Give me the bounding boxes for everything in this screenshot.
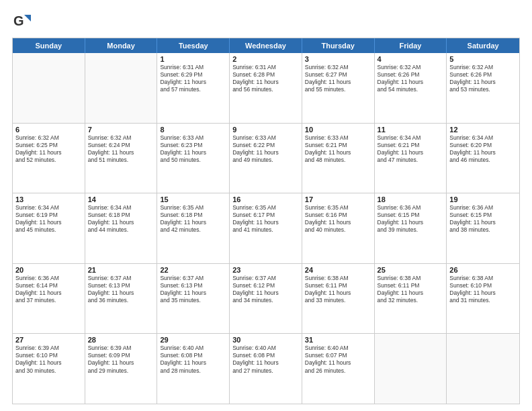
calendar-cell-day-25: 25Sunrise: 6:38 AM Sunset: 6:11 PM Dayli…: [375, 264, 447, 334]
page-header: G: [12, 12, 520, 31]
day-number: 24: [305, 266, 371, 274]
cell-info: Sunrise: 6:33 AM Sunset: 6:22 PM Dayligh…: [232, 134, 299, 164]
weekday-header-monday: Monday: [85, 38, 158, 53]
cell-info: Sunrise: 6:33 AM Sunset: 6:21 PM Dayligh…: [305, 134, 371, 164]
calendar-cell-day-1: 1Sunrise: 6:31 AM Sunset: 6:29 PM Daylig…: [157, 53, 230, 123]
day-number: 13: [15, 195, 82, 203]
day-number: 1: [160, 55, 226, 63]
day-number: 9: [232, 126, 299, 134]
cell-info: Sunrise: 6:40 AM Sunset: 6:07 PM Dayligh…: [305, 345, 371, 374]
day-number: 21: [88, 266, 154, 274]
day-number: 25: [378, 266, 444, 274]
cell-info: Sunrise: 6:31 AM Sunset: 6:28 PM Dayligh…: [232, 64, 299, 93]
cell-info: Sunrise: 6:32 AM Sunset: 6:27 PM Dayligh…: [305, 64, 371, 93]
calendar-cell-day-2: 2Sunrise: 6:31 AM Sunset: 6:28 PM Daylig…: [230, 53, 302, 123]
cell-info: Sunrise: 6:36 AM Sunset: 6:15 PM Dayligh…: [378, 204, 444, 234]
cell-info: Sunrise: 6:32 AM Sunset: 6:24 PM Dayligh…: [88, 134, 154, 164]
calendar-cell-empty: [447, 334, 519, 404]
calendar-row-2: 13Sunrise: 6:34 AM Sunset: 6:19 PM Dayli…: [13, 193, 519, 263]
day-number: 28: [88, 336, 154, 344]
logo-icon: G: [12, 12, 31, 31]
calendar-cell-day-26: 26Sunrise: 6:38 AM Sunset: 6:10 PM Dayli…: [447, 264, 519, 334]
calendar-cell-day-31: 31Sunrise: 6:40 AM Sunset: 6:07 PM Dayli…: [302, 334, 375, 404]
calendar-row-0: 1Sunrise: 6:31 AM Sunset: 6:29 PM Daylig…: [13, 53, 519, 123]
calendar-cell-day-19: 19Sunrise: 6:36 AM Sunset: 6:15 PM Dayli…: [447, 193, 519, 263]
calendar-row-1: 6Sunrise: 6:32 AM Sunset: 6:25 PM Daylig…: [13, 123, 519, 193]
day-number: 6: [15, 126, 82, 134]
day-number: 17: [305, 195, 371, 203]
cell-info: Sunrise: 6:31 AM Sunset: 6:29 PM Dayligh…: [160, 64, 226, 93]
cell-info: Sunrise: 6:36 AM Sunset: 6:14 PM Dayligh…: [15, 275, 82, 304]
calendar-cell-day-28: 28Sunrise: 6:39 AM Sunset: 6:09 PM Dayli…: [85, 334, 158, 404]
day-number: 4: [378, 55, 444, 63]
calendar-cell-day-9: 9Sunrise: 6:33 AM Sunset: 6:22 PM Daylig…: [230, 124, 302, 193]
calendar-row-4: 27Sunrise: 6:39 AM Sunset: 6:10 PM Dayli…: [13, 333, 519, 404]
day-number: 11: [378, 126, 444, 134]
day-number: 23: [232, 266, 299, 274]
calendar-cell-day-20: 20Sunrise: 6:36 AM Sunset: 6:14 PM Dayli…: [13, 264, 85, 334]
calendar-cell-day-15: 15Sunrise: 6:35 AM Sunset: 6:18 PM Dayli…: [157, 193, 230, 263]
weekday-header-tuesday: Tuesday: [157, 38, 230, 53]
svg-marker-1: [24, 15, 31, 21]
calendar-cell-day-4: 4Sunrise: 6:32 AM Sunset: 6:26 PM Daylig…: [375, 53, 447, 123]
cell-info: Sunrise: 6:38 AM Sunset: 6:11 PM Dayligh…: [378, 275, 444, 304]
calendar-cell-day-7: 7Sunrise: 6:32 AM Sunset: 6:24 PM Daylig…: [85, 124, 158, 193]
calendar-cell-day-29: 29Sunrise: 6:40 AM Sunset: 6:08 PM Dayli…: [157, 334, 230, 404]
calendar-cell-empty: [375, 334, 447, 404]
day-number: 29: [160, 336, 226, 344]
cell-info: Sunrise: 6:37 AM Sunset: 6:13 PM Dayligh…: [88, 275, 154, 304]
calendar-cell-day-10: 10Sunrise: 6:33 AM Sunset: 6:21 PM Dayli…: [302, 124, 375, 193]
cell-info: Sunrise: 6:39 AM Sunset: 6:09 PM Dayligh…: [88, 345, 154, 374]
weekday-header-thursday: Thursday: [302, 38, 375, 53]
calendar-cell-day-17: 17Sunrise: 6:35 AM Sunset: 6:16 PM Dayli…: [302, 193, 375, 263]
weekday-header-sunday: Sunday: [13, 38, 85, 53]
calendar-cell-empty: [13, 53, 85, 123]
calendar-cell-day-16: 16Sunrise: 6:35 AM Sunset: 6:17 PM Dayli…: [230, 193, 302, 263]
cell-info: Sunrise: 6:38 AM Sunset: 6:11 PM Dayligh…: [305, 275, 371, 304]
calendar-cell-day-24: 24Sunrise: 6:38 AM Sunset: 6:11 PM Dayli…: [302, 264, 375, 334]
cell-info: Sunrise: 6:34 AM Sunset: 6:20 PM Dayligh…: [449, 134, 517, 164]
weekday-header-saturday: Saturday: [447, 38, 519, 53]
calendar-header: SundayMondayTuesdayWednesdayThursdayFrid…: [13, 38, 519, 53]
calendar-body: 1Sunrise: 6:31 AM Sunset: 6:29 PM Daylig…: [13, 53, 519, 404]
svg-text:G: G: [13, 13, 24, 28]
calendar-cell-day-3: 3Sunrise: 6:32 AM Sunset: 6:27 PM Daylig…: [302, 53, 375, 123]
calendar-cell-day-5: 5Sunrise: 6:32 AM Sunset: 6:26 PM Daylig…: [447, 53, 519, 123]
cell-info: Sunrise: 6:34 AM Sunset: 6:21 PM Dayligh…: [378, 134, 444, 164]
cell-info: Sunrise: 6:37 AM Sunset: 6:13 PM Dayligh…: [160, 275, 226, 304]
weekday-header-wednesday: Wednesday: [230, 38, 302, 53]
cell-info: Sunrise: 6:34 AM Sunset: 6:18 PM Dayligh…: [88, 204, 154, 234]
day-number: 7: [88, 126, 154, 134]
day-number: 16: [232, 195, 299, 203]
calendar-row-3: 20Sunrise: 6:36 AM Sunset: 6:14 PM Dayli…: [13, 263, 519, 334]
cell-info: Sunrise: 6:32 AM Sunset: 6:26 PM Dayligh…: [378, 64, 444, 93]
calendar-cell-day-22: 22Sunrise: 6:37 AM Sunset: 6:13 PM Dayli…: [157, 264, 230, 334]
day-number: 10: [305, 126, 371, 134]
day-number: 14: [88, 195, 154, 203]
day-number: 26: [449, 266, 517, 274]
day-number: 3: [305, 55, 371, 63]
calendar-cell-day-14: 14Sunrise: 6:34 AM Sunset: 6:18 PM Dayli…: [85, 193, 158, 263]
day-number: 5: [449, 55, 517, 63]
cell-info: Sunrise: 6:35 AM Sunset: 6:18 PM Dayligh…: [160, 204, 226, 234]
cell-info: Sunrise: 6:34 AM Sunset: 6:19 PM Dayligh…: [15, 204, 82, 234]
day-number: 15: [160, 195, 226, 203]
cell-info: Sunrise: 6:40 AM Sunset: 6:08 PM Dayligh…: [160, 345, 226, 374]
day-number: 8: [160, 126, 226, 134]
day-number: 22: [160, 266, 226, 274]
day-number: 12: [449, 126, 517, 134]
day-number: 31: [305, 336, 371, 344]
cell-info: Sunrise: 6:37 AM Sunset: 6:12 PM Dayligh…: [232, 275, 299, 304]
day-number: 20: [15, 266, 82, 274]
calendar-cell-day-27: 27Sunrise: 6:39 AM Sunset: 6:10 PM Dayli…: [13, 334, 85, 404]
cell-info: Sunrise: 6:38 AM Sunset: 6:10 PM Dayligh…: [449, 275, 517, 304]
day-number: 27: [15, 336, 82, 344]
cell-info: Sunrise: 6:35 AM Sunset: 6:16 PM Dayligh…: [305, 204, 371, 234]
calendar-cell-day-12: 12Sunrise: 6:34 AM Sunset: 6:20 PM Dayli…: [447, 124, 519, 193]
cell-info: Sunrise: 6:36 AM Sunset: 6:15 PM Dayligh…: [449, 204, 517, 234]
logo: G: [12, 12, 34, 31]
calendar-cell-day-13: 13Sunrise: 6:34 AM Sunset: 6:19 PM Dayli…: [13, 193, 85, 263]
calendar-cell-day-8: 8Sunrise: 6:33 AM Sunset: 6:23 PM Daylig…: [157, 124, 230, 193]
calendar-cell-empty: [85, 53, 158, 123]
cell-info: Sunrise: 6:33 AM Sunset: 6:23 PM Dayligh…: [160, 134, 226, 164]
